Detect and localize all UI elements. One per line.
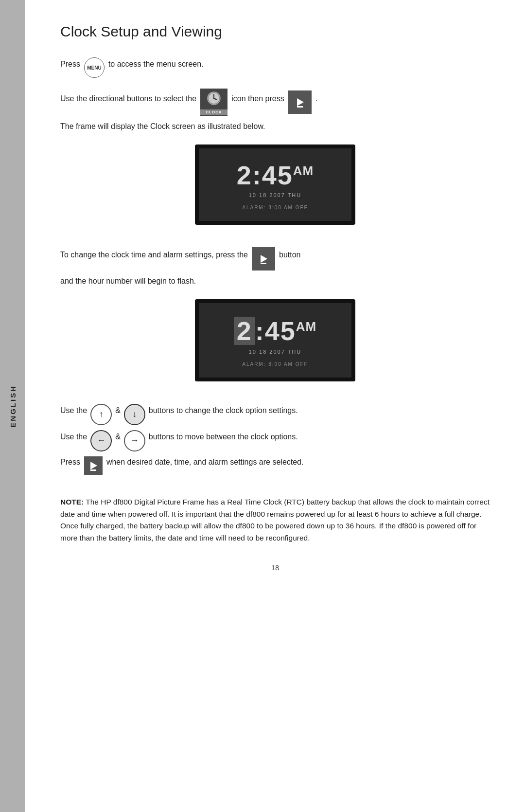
page-number: 18 (60, 563, 490, 572)
clock-time-rest: :45 (255, 316, 296, 345)
sidebar: ENGLISH (0, 0, 25, 812)
step2-sub: The frame will display the Clock screen … (60, 121, 490, 133)
step2-period: . (315, 93, 317, 105)
svg-point-4 (213, 98, 215, 99)
clock-alarm-2: ALARM: 8:00 AM OFF (209, 361, 342, 367)
clock-time-1: 2:45AM (209, 162, 342, 188)
svg-rect-8 (261, 263, 266, 264)
svg-marker-5 (297, 98, 304, 106)
play-enter-button-icon-2 (252, 247, 275, 271)
clock-screen-1: 2:45AM 10 18 2007 THU ALARM: 8:00 AM OFF (195, 144, 355, 225)
play-enter-button-icon (288, 90, 312, 114)
play-enter-button-icon-3 (84, 456, 103, 475)
up-arrow-button[interactable]: ↑ (90, 404, 112, 425)
sidebar-label: ENGLISH (9, 385, 17, 428)
step4-prefix: Use the (60, 405, 87, 417)
clock-label: CLOCK (200, 109, 228, 115)
step1-suffix: to access the menu screen. (108, 58, 204, 71)
clock-date-1: 10 18 2007 THU (209, 192, 342, 198)
step6-prefix: Press (60, 456, 80, 469)
step4-row: Use the ↑ & ↓ buttons to change the cloc… (60, 404, 490, 425)
left-arrow-button[interactable]: ← (90, 430, 112, 451)
step6-row: Press when desired date, time, and alarm… (60, 456, 490, 475)
step5-prefix: Use the (60, 431, 87, 443)
step2-line1: Use the directional buttons to select th… (60, 89, 490, 116)
step2-prefix: Use the directional buttons to select th… (60, 93, 196, 105)
down-arrow-button[interactable]: ↓ (124, 404, 145, 425)
svg-marker-7 (261, 255, 267, 263)
step3-row: To change the clock time and alarm setti… (60, 247, 490, 288)
step4-mid: & (115, 405, 121, 417)
clock-time-value-1: 2:45 (237, 161, 293, 190)
clock-svg (204, 90, 224, 109)
step3-prefix: To change the clock time and alarm setti… (60, 249, 248, 261)
clock-ampm-1: AM (293, 163, 314, 178)
step1-row: Press MENU to access the menu screen. (60, 57, 490, 78)
clock-ampm-2: AM (296, 319, 316, 334)
svg-rect-10 (90, 469, 96, 471)
step3-line1: To change the clock time and alarm setti… (60, 247, 490, 271)
step2-row: Use the directional buttons to select th… (60, 89, 490, 133)
clock-icon: CLOCK (200, 89, 228, 116)
step3-suffix: button (279, 249, 300, 261)
right-arrow-button[interactable]: → (124, 430, 145, 451)
step2-middle: icon then press (231, 93, 284, 105)
clock-screen-2: 2:45AM 10 18 2007 THU ALARM: 8:00 AM OFF (195, 299, 355, 381)
step1-prefix: Press (60, 58, 80, 71)
clock-time-2: 2:45AM (209, 317, 342, 345)
step5-suffix: buttons to move between the clock option… (149, 431, 298, 443)
svg-marker-9 (90, 462, 97, 469)
note-text: The HP df800 Digital Picture Frame has a… (60, 498, 490, 541)
step5-mid: & (115, 431, 121, 443)
page-title: Clock Setup and Viewing (60, 23, 490, 40)
clock-hour-highlight: 2 (234, 317, 255, 345)
clock-alarm-1: ALARM: 8:00 AM OFF (209, 205, 342, 210)
step6-suffix: when desired date, time, and alarm setti… (106, 456, 304, 469)
note-label: NOTE: (60, 498, 84, 506)
note-section: NOTE: The HP df800 Digital Picture Frame… (60, 496, 490, 544)
menu-button-icon: MENU (84, 57, 105, 78)
clock-date-2: 10 18 2007 THU (209, 349, 342, 355)
main-content: Clock Setup and Viewing Press MENU to ac… (25, 0, 525, 601)
svg-rect-6 (297, 106, 303, 108)
step4-suffix: buttons to change the clock option setti… (149, 405, 298, 417)
step5-row: Use the ← & → buttons to move between th… (60, 430, 490, 451)
step3-sub: and the hour number will begin to flash. (60, 275, 490, 288)
